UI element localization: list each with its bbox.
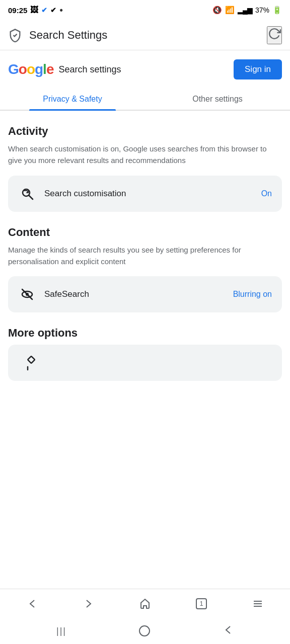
app-bar-title: Search Settings [29, 29, 267, 42]
safe-search-icon [18, 285, 36, 303]
search-cust-svg [19, 186, 35, 202]
search-customisation-value: On [261, 189, 272, 198]
activity-title: Activity [8, 125, 282, 138]
check-icon: ✔ [41, 6, 47, 14]
nav-tabs-button[interactable]: 1 [173, 589, 230, 618]
main-content: Activity When search customisation is on… [0, 111, 290, 589]
safe-search-label: SafeSearch [44, 289, 225, 299]
tabs-count: 1 [196, 598, 207, 609]
tick-icon: ✔ [50, 6, 56, 14]
photo-icon: 🖼 [30, 6, 38, 15]
android-back-button[interactable] [212, 620, 244, 642]
battery-icon: 🔋 [272, 6, 282, 15]
nav-home-icon [139, 598, 151, 609]
google-search-settings-text: Search settings [58, 64, 121, 75]
nav-menu-button[interactable] [230, 589, 286, 618]
safe-search-value: Blurring on [233, 290, 272, 299]
android-home-icon [139, 625, 150, 636]
tab-privacy-safety[interactable]: Privacy & Safety [0, 87, 145, 110]
android-back-icon [223, 624, 234, 635]
search-customisation-card[interactable]: Search customisation On [8, 176, 282, 212]
status-bar: 09:25 🖼 ✔ ✔ • 🔇 📶 ▂▄▆ 37% 🔋 [0, 0, 290, 20]
search-customisation-icon [18, 185, 36, 203]
google-header: Google Search settings Sign in [0, 50, 290, 87]
status-time: 09:25 🖼 ✔ ✔ • [8, 5, 63, 16]
svg-rect-5 [28, 356, 35, 363]
shield-icon [8, 28, 22, 42]
content-title: Content [8, 226, 282, 239]
pin-svg [19, 355, 35, 371]
time-display: 09:25 [8, 6, 27, 15]
more-options-title: More options [8, 327, 282, 340]
android-recents-button[interactable]: ||| [46, 622, 77, 640]
nav-forward-button[interactable] [60, 589, 117, 618]
refresh-button[interactable] [267, 26, 282, 44]
nav-back-button[interactable] [4, 589, 60, 618]
activity-section: Activity When search customisation is on… [8, 125, 282, 212]
wifi-icon: 📶 [225, 6, 235, 15]
app-bar: Search Settings [0, 20, 290, 50]
refresh-icon [268, 27, 281, 40]
svg-line-1 [29, 195, 33, 199]
nav-menu-icon [252, 598, 263, 609]
safe-search-card[interactable]: SafeSearch Blurring on [8, 276, 282, 312]
tab-other-settings[interactable]: Other settings [145, 87, 290, 110]
tabs-container: Privacy & Safety Other settings [0, 87, 290, 111]
signal-icon: ▂▄▆ [238, 6, 252, 14]
safe-search-svg [19, 286, 36, 303]
search-customisation-label: Search customisation [44, 189, 253, 199]
nav-home-button[interactable] [117, 589, 173, 618]
activity-description: When search customisation is on, Google … [8, 143, 282, 167]
content-section: Content Manage the kinds of search resul… [8, 226, 282, 313]
nav-back-icon [27, 598, 38, 609]
bottom-nav-bar: 1 [0, 589, 290, 618]
android-nav-bar: ||| [0, 618, 290, 644]
pin-icon-container [18, 354, 36, 372]
mute-icon: 🔇 [212, 6, 222, 15]
sign-in-button[interactable]: Sign in [234, 59, 282, 79]
android-home-button[interactable] [129, 621, 160, 640]
more-options-section: More options [8, 327, 282, 381]
more-options-card[interactable] [8, 345, 282, 381]
google-logo: Google [8, 61, 53, 77]
nav-forward-icon [83, 598, 94, 609]
battery-level: 37% [255, 6, 269, 14]
status-right-icons: 🔇 📶 ▂▄▆ 37% 🔋 [212, 6, 282, 15]
dot-icon: • [59, 5, 62, 16]
content-description: Manage the kinds of search results you s… [8, 244, 282, 268]
google-logo-area: Google Search settings [8, 61, 121, 77]
